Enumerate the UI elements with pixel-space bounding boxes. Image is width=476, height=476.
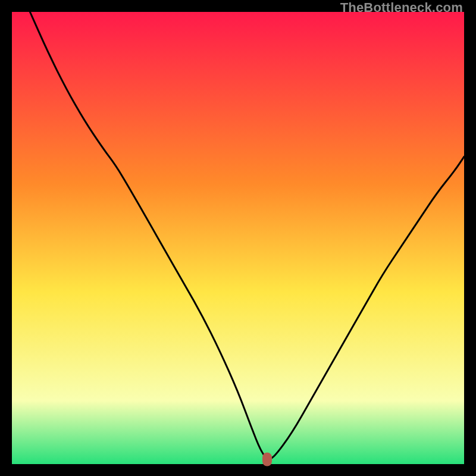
bottleneck-plot <box>12 12 464 464</box>
chart-frame <box>12 12 464 464</box>
optimal-marker <box>262 453 272 466</box>
watermark-text: TheBottleneck.com <box>340 0 463 15</box>
gradient-background <box>12 12 464 464</box>
